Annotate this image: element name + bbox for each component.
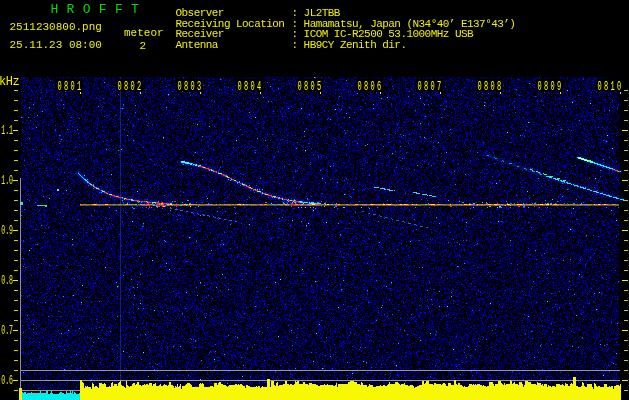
svg-text:0.7: 0.7: [1, 324, 13, 338]
svg-text:2: 2: [140, 40, 147, 52]
svg-text:0805: 0805: [298, 80, 324, 93]
svg-text:0801: 0801: [58, 80, 84, 93]
svg-text:0809: 0809: [538, 80, 564, 93]
svg-text:Antenna: Antenna: [176, 39, 219, 51]
svg-text:0.9: 0.9: [1, 224, 13, 238]
svg-text:0806: 0806: [358, 80, 384, 93]
svg-text:0808: 0808: [478, 80, 504, 93]
svg-text:0810: 0810: [598, 80, 624, 93]
svg-text:0802: 0802: [118, 80, 144, 93]
svg-text:0804: 0804: [238, 80, 264, 93]
svg-text:0803: 0803: [178, 80, 204, 93]
svg-text:1.1: 1.1: [1, 124, 13, 138]
svg-text:1.0: 1.0: [1, 174, 13, 188]
svg-text:HROFFT: HROFFT: [51, 2, 148, 17]
svg-text:0807: 0807: [418, 80, 444, 93]
svg-text:0.8: 0.8: [1, 274, 13, 288]
svg-text:kHz: kHz: [0, 75, 19, 89]
svg-text:0.6: 0.6: [1, 374, 13, 388]
svg-text:2511230800.png: 2511230800.png: [10, 21, 102, 33]
svg-text:: HB9CY Zenith dir.: : HB9CY Zenith dir.: [292, 39, 407, 51]
svg-text:25.11.23 08:00: 25.11.23 08:00: [10, 39, 102, 51]
svg-text:meteor: meteor: [124, 27, 164, 39]
